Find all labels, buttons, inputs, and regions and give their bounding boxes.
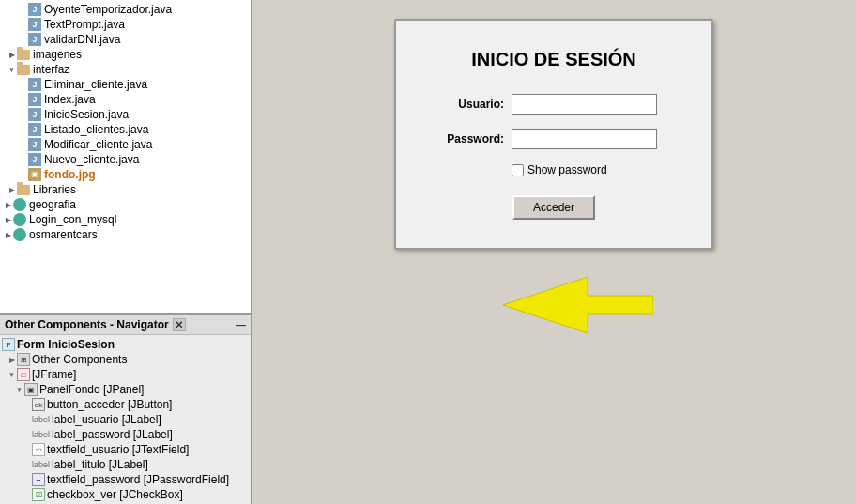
tree-item-listado[interactable]: Listado_clientes.java	[0, 122, 251, 137]
spacer-icon	[19, 6, 27, 14]
tree-label: interfaz	[33, 63, 69, 76]
right-panel: INICIO DE SESIÓN Usuario: Password: Show…	[252, 0, 856, 504]
spacer-icon	[19, 111, 27, 119]
tree-label: InicioSesion.java	[44, 108, 129, 121]
usuario-label: Usuario:	[434, 98, 504, 111]
nav-label-jframe: [JFrame]	[32, 368, 76, 381]
nav-label-label-usuario: label_usuario [JLabel]	[52, 413, 161, 426]
tree-item-oyente[interactable]: OyenteTemporizador.java	[0, 2, 251, 17]
nav-label-label-password: label_password [JLabel]	[52, 428, 173, 441]
java-file-icon	[28, 33, 41, 46]
show-password-checkbox[interactable]	[512, 164, 524, 176]
java-file-icon	[28, 3, 41, 16]
tree-label: Eliminar_cliente.java	[44, 78, 147, 91]
tree-item-eliminar[interactable]: Eliminar_cliente.java	[0, 77, 251, 92]
tree-label: geografia	[29, 198, 76, 211]
expand-icon: ▶	[8, 51, 16, 59]
tree-label: Modificar_cliente.java	[44, 138, 152, 151]
spacer	[23, 401, 31, 409]
checkbox-icon: ☑	[32, 488, 45, 501]
tree-item-modificar[interactable]: Modificar_cliente.java	[0, 137, 251, 152]
spacer-icon	[19, 156, 27, 164]
tree-label: imagenes	[33, 48, 82, 61]
globe-icon	[13, 198, 26, 211]
tree-item-login[interactable]: ▶ Login_con_mysql	[0, 212, 251, 227]
java-file-icon	[28, 153, 41, 166]
navigator-body: F Form InicioSesion ▶ ⊞ Other Components…	[0, 335, 251, 504]
tree-item-nuevo[interactable]: Nuevo_cliente.java	[0, 152, 251, 167]
folder-icon	[17, 185, 30, 195]
button-icon: ok	[32, 398, 45, 411]
tree-label: Listado_clientes.java	[44, 123, 148, 136]
nav-label-other: Other Components	[32, 353, 127, 366]
show-password-label: Show password	[527, 163, 607, 176]
password-label: Password:	[434, 132, 504, 145]
tree-item-osmarentcars[interactable]: ▶ osmarentcars	[0, 227, 251, 242]
navigator-panel: Other Components - Navigator ✕ — F Form …	[0, 313, 251, 504]
tree-label: validarDNI.java	[44, 33, 120, 46]
spacer	[23, 461, 31, 469]
tree-item-textprompt[interactable]: TextPrompt.java	[0, 17, 251, 32]
expand-icon: ▶	[8, 186, 16, 194]
tree-label: TextPrompt.java	[44, 18, 125, 31]
nav-label-form: Form InicioSesion	[17, 338, 115, 351]
nav-item-jframe[interactable]: ▼ □ [JFrame]	[0, 367, 251, 382]
tree-item-validardni[interactable]: validarDNI.java	[0, 32, 251, 47]
spacer-icon	[19, 21, 27, 29]
expand-icon: ▼	[8, 66, 16, 74]
nav-item-panelfondo[interactable]: ▼ ▣ PanelFondo [JPanel]	[0, 382, 251, 397]
expand-icon: ▼	[15, 386, 23, 394]
tree-item-imagenes[interactable]: ▶ imagenes	[0, 47, 251, 62]
expand-icon: ▶	[8, 356, 16, 364]
image-file-icon: ▣	[28, 168, 41, 181]
tree-item-geografia[interactable]: ▶ geografia	[0, 197, 251, 212]
password-row: Password:	[434, 129, 674, 149]
spacer-icon	[19, 171, 27, 179]
left-panel: OyenteTemporizador.java TextPrompt.java …	[0, 0, 252, 504]
close-button[interactable]: ✕	[173, 318, 186, 331]
nav-item-textfield-password[interactable]: •• textfield_password [JPasswordField]	[0, 472, 251, 487]
nav-item-label-titulo[interactable]: label label_titulo [JLabel]	[0, 457, 251, 472]
tree-item-libraries[interactable]: ▶ Libraries	[0, 182, 251, 197]
form-title: INICIO DE SESIÓN	[434, 49, 674, 70]
spacer	[23, 476, 31, 484]
nav-item-label-usuario[interactable]: label label_usuario [JLabel]	[0, 412, 251, 427]
java-file-icon	[28, 93, 41, 106]
pwfield-icon: ••	[32, 473, 45, 486]
folder-icon	[17, 65, 30, 75]
nav-item-checkbox[interactable]: ☑ checkbox_ver [JCheckBox]	[0, 487, 251, 502]
textfield-icon: ▭	[32, 443, 45, 456]
expand-icon: ▶	[4, 201, 12, 209]
spacer	[23, 446, 31, 454]
svg-marker-1	[503, 277, 653, 333]
nav-item-label-password[interactable]: label label_password [JLabel]	[0, 427, 251, 442]
usuario-input[interactable]	[512, 94, 657, 115]
spacer-icon	[19, 36, 27, 44]
minimize-button[interactable]: —	[236, 319, 246, 330]
spacer	[23, 431, 31, 439]
java-file-icon	[28, 108, 41, 121]
nav-item-textfield-usuario[interactable]: ▭ textfield_usuario [JTextField]	[0, 442, 251, 457]
label-type-icon: label	[32, 430, 50, 439]
tree-item-fondo[interactable]: ▣ fondo.jpg	[0, 167, 251, 182]
spacer	[23, 491, 31, 499]
tree-item-iniciosesion[interactable]: InicioSesion.java	[0, 107, 251, 122]
tree-item-index[interactable]: Index.java	[0, 92, 251, 107]
nav-item-other[interactable]: ▶ ⊞ Other Components	[0, 352, 251, 367]
tree-label: osmarentcars	[29, 228, 98, 241]
folder-icon	[17, 50, 30, 60]
expand-icon: ▶	[4, 231, 12, 239]
nav-item-form[interactable]: F Form InicioSesion	[0, 337, 251, 352]
form-icon: F	[2, 338, 15, 351]
acceder-button[interactable]: Acceder	[512, 195, 595, 220]
form-window: INICIO DE SESIÓN Usuario: Password: Show…	[394, 19, 713, 250]
password-input[interactable]	[512, 129, 657, 149]
nav-item-button[interactable]: ok button_acceder [JButton]	[0, 397, 251, 412]
label-type-icon: label	[32, 460, 50, 469]
globe-icon	[13, 228, 26, 241]
java-file-icon	[28, 18, 41, 31]
tree-label: OyenteTemporizador.java	[44, 3, 172, 16]
frame-icon: □	[17, 368, 30, 381]
tree-label-fondo: fondo.jpg	[44, 168, 96, 181]
tree-item-interfaz[interactable]: ▼ interfaz	[0, 62, 251, 77]
